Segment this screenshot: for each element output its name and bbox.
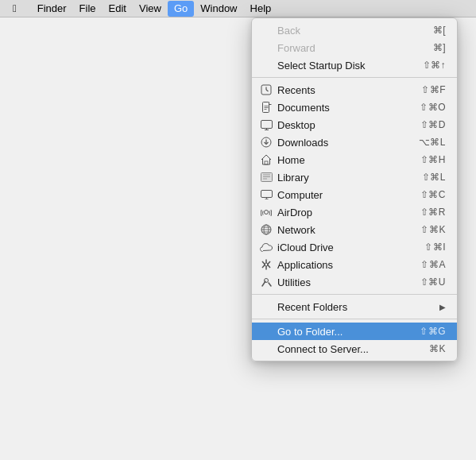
home-icon [260,153,273,166]
home-shortcut: ⇧⌘H [420,154,446,165]
applications-label: Applications [277,259,333,271]
menu-item-desktop[interactable]: Desktop ⇧⌘D [252,116,457,133]
recents-label: Recents [277,84,315,96]
svg-line-34 [268,265,271,268]
menu-item-connect-server[interactable]: Connect to Server... ⌘K [252,340,457,358]
desktop-label: Desktop [277,119,315,131]
computer-icon [260,188,273,201]
menu-item-downloads[interactable]: Downloads ⌥⌘L [252,133,457,151]
menubar-view[interactable]: View [133,1,168,17]
library-shortcut: ⇧⌘L [422,172,446,183]
airdrop-label: AirDrop [277,207,312,218]
menubar:  Finder File Edit View Go Window Help [0,0,476,17]
network-label: Network [277,224,315,236]
go-menu: Back ⌘[ Forward ⌘] Select Startup Disk ⇧… [251,17,458,361]
utilities-icon [260,276,273,288]
applications-icon [260,258,273,271]
startup-disk-label: Select Startup Disk [277,60,366,72]
svg-line-2 [266,90,269,91]
svg-point-36 [265,279,269,283]
menubar-finder[interactable]: Finder [31,1,73,17]
applications-shortcut: ⇧⌘A [420,259,446,270]
menubar-file[interactable]: File [73,1,103,17]
separator-1 [252,77,457,78]
network-icon [260,223,273,236]
svg-rect-3 [262,102,269,113]
library-label: Library [277,172,309,184]
menu-item-applications[interactable]: Applications ⇧⌘A [252,256,457,273]
menu-item-startup-disk[interactable]: Select Startup Disk ⇧⌘↑ [252,56,457,74]
icloud-shortcut: ⇧⌘I [424,242,446,253]
menu-item-utilities[interactable]: Utilities ⇧⌘U [252,273,457,291]
connect-server-label: Connect to Server... [277,343,369,355]
forward-label: Forward [277,42,315,54]
menu-item-airdrop[interactable]: AirDrop ⇧⌘R [252,203,457,221]
separator-3 [252,319,457,319]
apple-menu[interactable]:  [6,1,23,17]
svg-line-37 [269,283,271,286]
forward-shortcut: ⌘] [433,42,446,53]
menu-item-home[interactable]: Home ⇧⌘H [252,151,457,168]
icloud-icon [260,241,273,253]
apple-logo:  [13,2,17,14]
menu-item-back[interactable]: Back ⌘[ [252,21,457,39]
documents-shortcut: ⇧⌘O [420,102,446,113]
goto-folder-label: Go to Folder... [277,326,342,338]
desktop-icon [260,118,273,131]
menubar-go[interactable]: Go [168,1,194,17]
downloads-label: Downloads [277,137,328,149]
network-shortcut: ⇧⌘K [420,224,446,235]
svg-line-33 [262,265,265,268]
computer-shortcut: ⇧⌘C [420,189,446,200]
svg-point-31 [265,263,268,266]
svg-rect-13 [265,161,268,164]
goto-folder-shortcut: ⇧⌘G [420,326,446,337]
home-label: Home [277,154,305,166]
computer-label: Computer [277,189,323,201]
documents-icon [260,101,273,114]
menu-item-computer[interactable]: Computer ⇧⌘C [252,186,457,203]
utilities-shortcut: ⇧⌘U [420,276,446,288]
back-shortcut: ⌘[ [433,25,446,36]
recent-folders-label: Recent Folders [277,301,347,313]
startup-disk-shortcut: ⇧⌘↑ [423,60,447,71]
icloud-label: iCloud Drive [277,242,334,253]
menu-item-recent-folders[interactable]: Recent Folders ▶ [252,298,457,315]
menu-item-network[interactable]: Network ⇧⌘K [252,221,457,238]
recents-icon [260,83,273,96]
menu-item-documents[interactable]: Documents ⇧⌘O [252,99,457,116]
library-icon [260,171,273,184]
back-label: Back [277,25,300,37]
menu-item-forward[interactable]: Forward ⌘] [252,39,457,56]
connect-server-shortcut: ⌘K [429,343,446,354]
desktop-shortcut: ⇧⌘D [420,119,446,130]
documents-label: Documents [277,102,330,114]
svg-rect-7 [261,120,272,128]
menu-item-recents[interactable]: Recents ⇧⌘F [252,81,457,99]
utilities-label: Utilities [277,276,311,288]
downloads-shortcut: ⌥⌘L [419,137,446,148]
svg-point-22 [265,211,269,215]
downloads-icon [260,136,273,149]
menubar-help[interactable]: Help [244,1,278,17]
separator-2 [252,294,457,295]
menu-item-goto-folder[interactable]: Go to Folder... ⇧⌘G [252,323,457,340]
menubar-window[interactable]: Window [194,1,243,17]
airdrop-icon [260,206,273,218]
menubar-edit[interactable]: Edit [103,1,133,17]
main-area: Back ⌘[ Forward ⌘] Select Startup Disk ⇧… [0,17,476,460]
menu-item-icloud[interactable]: iCloud Drive ⇧⌘I [252,238,457,256]
svg-rect-14 [261,173,272,182]
airdrop-shortcut: ⇧⌘R [420,207,446,218]
svg-rect-18 [261,191,272,198]
recents-shortcut: ⇧⌘F [421,84,446,95]
submenu-arrow-icon: ▶ [439,303,446,311]
menu-item-library[interactable]: Library ⇧⌘L [252,168,457,186]
